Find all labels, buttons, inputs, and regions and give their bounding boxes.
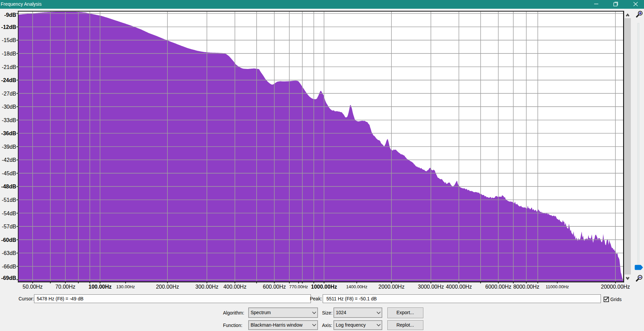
svg-text:-66dB: -66dB	[2, 264, 16, 269]
svg-text:-21dB: -21dB	[2, 64, 16, 70]
svg-text:-33dB: -33dB	[2, 117, 16, 123]
svg-text:-63dB: -63dB	[2, 250, 16, 256]
svg-text:20000.00Hz: 20000.00Hz	[601, 284, 630, 290]
svg-text:100.00Hz: 100.00Hz	[89, 284, 112, 290]
svg-text:11000.00Hz: 11000.00Hz	[546, 284, 569, 289]
svg-text:-24dB: -24dB	[1, 77, 16, 83]
svg-text:-54dB: -54dB	[2, 211, 16, 216]
svg-text:300.00Hz: 300.00Hz	[195, 284, 219, 290]
svg-text:600.00Hz: 600.00Hz	[263, 284, 286, 290]
svg-text:400.00Hz: 400.00Hz	[223, 284, 247, 290]
svg-text:-51dB: -51dB	[2, 197, 16, 203]
svg-text:-18dB: -18dB	[2, 51, 16, 57]
svg-text:3000.00Hz: 3000.00Hz	[418, 284, 444, 290]
svg-text:770.00Hz: 770.00Hz	[289, 284, 308, 289]
svg-text:6000.00Hz: 6000.00Hz	[485, 284, 511, 290]
svg-text:-45dB: -45dB	[2, 171, 16, 176]
svg-text:-9dB: -9dB	[4, 12, 16, 18]
svg-text:2000.00Hz: 2000.00Hz	[379, 284, 405, 290]
svg-text:1400.00Hz: 1400.00Hz	[346, 284, 367, 289]
svg-text:-15dB: -15dB	[2, 37, 16, 43]
svg-text:-30dB: -30dB	[2, 104, 16, 110]
svg-text:1000.00Hz: 1000.00Hz	[311, 284, 337, 290]
svg-text:-69dB: -69dB	[1, 275, 16, 281]
svg-text:-39dB: -39dB	[2, 144, 16, 150]
svg-text:-42dB: -42dB	[2, 157, 16, 163]
svg-text:-48dB: -48dB	[1, 184, 16, 189]
svg-text:-12dB: -12dB	[1, 24, 16, 30]
svg-text:-36dB: -36dB	[1, 131, 16, 136]
svg-text:4000.00Hz: 4000.00Hz	[446, 284, 472, 290]
svg-text:50.00Hz: 50.00Hz	[23, 284, 43, 290]
svg-text:130.00Hz: 130.00Hz	[116, 284, 135, 289]
svg-text:70.00Hz: 70.00Hz	[55, 284, 75, 290]
svg-text:8000.00Hz: 8000.00Hz	[513, 284, 539, 290]
svg-text:200.00Hz: 200.00Hz	[156, 284, 179, 290]
svg-text:-27dB: -27dB	[2, 91, 16, 97]
svg-text:-57dB: -57dB	[2, 224, 16, 229]
svg-text:-60dB: -60dB	[1, 237, 16, 243]
